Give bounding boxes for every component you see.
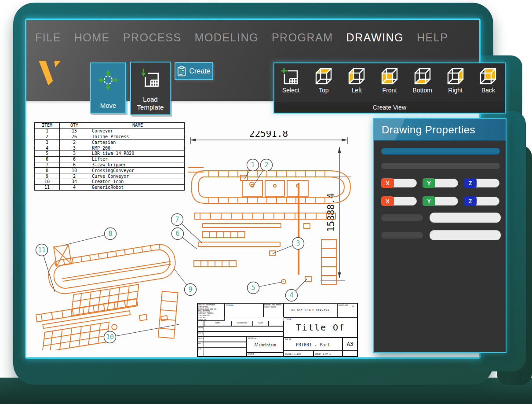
app-screenshot: FILE HOME PROCESS MODELING PROGRAM DRAWI… [0, 0, 532, 404]
cube-back-icon [478, 67, 498, 85]
create-clipboard-icon [177, 66, 186, 77]
axis-z-badge-2: Z [464, 196, 477, 206]
axis-z-badge: Z [464, 178, 477, 188]
cube-top-icon [313, 67, 334, 85]
create-view-select[interactable]: Select [281, 67, 301, 94]
cube-front-icon [379, 67, 400, 85]
create-view-bottom-label: Bottom [413, 87, 432, 94]
bom-table[interactable]: ITEM QTY NAME 115Conveyor226Inline Proce… [34, 122, 185, 191]
table-row: 114GenericRobot [35, 184, 185, 190]
menu-tab-home[interactable]: HOME [74, 31, 110, 44]
sig-grid-line2 [197, 331, 284, 337]
create-view-back[interactable]: Back [478, 67, 498, 94]
iso-view-drawing[interactable] [30, 237, 193, 350]
menu-tab-drawing[interactable]: DRAWING [346, 31, 404, 44]
sheet-text: SHEET 1 OF 1 [313, 351, 343, 356]
dwg-no-value: PRT001 - Part [284, 342, 342, 348]
axis-x-badge-2: X [381, 196, 394, 206]
load-template-button[interactable]: Load Template [130, 62, 171, 115]
property-label-pill-1 [381, 214, 423, 221]
sig-grid-line1 [197, 326, 284, 331]
load-template-button-label: Load Template [131, 95, 170, 114]
table-row: 763-Jaw Gripper [35, 162, 185, 168]
title-block: UNLESS OTHERWISE SPECIFIED: DIMENSIONS A… [197, 303, 358, 357]
create-view-left-label: Left [351, 87, 361, 94]
tolerance-note: UNLESS OTHERWISE SPECIFIED: DIMENSIONS A… [197, 303, 225, 321]
sig-extra-col [269, 321, 284, 326]
axis-x-badge: X [381, 178, 394, 188]
weight-label: WEIGHT: [247, 353, 284, 356]
bom-header-item: ITEM [35, 123, 60, 129]
axis-y-badge-2: Y [423, 196, 435, 206]
sig-grid-line5 [197, 347, 247, 356]
revision-value: 1 [352, 305, 353, 307]
dwg-no-cell: DWG NO. PRT001 - Part [284, 338, 343, 351]
position-z-group: Z [464, 179, 499, 187]
create-button[interactable]: Create [175, 62, 213, 80]
table-row: 226Inline Process [35, 134, 185, 140]
property-label-pill-2 [381, 232, 423, 239]
create-view-toolbar: Select Top Left [273, 62, 506, 114]
menu-tab-help[interactable]: HELP [417, 31, 448, 44]
properties-secondary-bar [381, 163, 500, 169]
name-header: NAME [204, 321, 232, 326]
move-arrows-icon [98, 70, 119, 91]
create-button-label: Create [189, 67, 210, 75]
table-row: 53LBR iiwa 14 R820 [35, 151, 185, 156]
menu-tab-file[interactable]: FILE [35, 31, 61, 44]
move-button-label: Move [100, 102, 117, 113]
do-not-scale-note: DO NOT SCALE DRAWING [284, 303, 337, 317]
property-value-field-2[interactable] [430, 230, 501, 240]
dim-width-text: 22591.8 [249, 131, 288, 139]
sheet-size-sub [343, 351, 357, 356]
create-view-right-label: Right [448, 87, 463, 94]
select-view-icon [281, 67, 301, 85]
rotation-x-group: X [381, 197, 417, 206]
title-label: TITLE: [284, 318, 357, 321]
table-row: 43KMP 200 [35, 145, 185, 151]
cube-bottom-icon [412, 67, 433, 85]
menu-bar: FILE HOME PROCESS MODELING PROGRAM DRAWI… [26, 20, 479, 44]
create-view-left[interactable]: Left [346, 67, 367, 94]
material-value: Aluminium [247, 343, 283, 348]
sheet-size: A3 [343, 338, 357, 351]
signature-header: SIGNATURE [232, 321, 253, 326]
drawing-properties-panel: Drawing Properties X Y Z X Y Z [373, 118, 506, 353]
menu-tab-program[interactable]: PROGRAM [272, 31, 333, 44]
date-header: DATE [253, 321, 269, 326]
top-view-drawing[interactable]: 22591.8 15888.4 [186, 131, 358, 288]
table-row: 115Conveyor [35, 128, 185, 134]
bom-header-qty: QTY [60, 123, 89, 129]
cube-left-icon [346, 67, 367, 85]
table-row: 32Cartesian [35, 140, 185, 145]
dwg-label: DWG NO. [284, 338, 342, 341]
menu-tab-process[interactable]: PROCESS [123, 31, 182, 44]
position-y-group: Y [423, 179, 458, 187]
properties-panel-header: Drawing Properties [374, 119, 506, 141]
bom-header-row: ITEM QTY NAME [35, 123, 185, 129]
drawing-title: Title Of [284, 322, 357, 333]
menu-tab-modeling[interactable]: MODELING [195, 31, 259, 44]
property-value-field-1[interactable] [430, 213, 501, 223]
rotation-y-group: Y [423, 197, 458, 206]
table-row: 92Curve Conveyor [35, 173, 185, 179]
create-view-top-label: Top [319, 87, 329, 94]
create-view-bottom[interactable]: Bottom [412, 67, 433, 94]
finish-label: FINISH: [225, 303, 263, 317]
material-cell: MATERIAL: Aluminium [247, 337, 284, 353]
axis-y-badge: Y [423, 178, 435, 188]
table-row: 810CrossingConveyor [35, 168, 185, 173]
create-view-back-label: Back [481, 87, 495, 94]
create-view-front[interactable]: Front [379, 67, 400, 94]
create-view-top[interactable]: Top [313, 67, 334, 94]
sig-grid-line4 [197, 342, 247, 347]
table-row: 66Lifter [35, 156, 185, 162]
create-view-items: Select Top Left [274, 63, 505, 105]
create-view-right[interactable]: Right [445, 67, 466, 94]
revision-label: REVISION [337, 303, 357, 317]
table-row: 1034Creator icon [35, 179, 185, 184]
move-button[interactable]: Move [90, 62, 126, 114]
sig-grid-line3 [197, 337, 247, 342]
properties-primary-bar[interactable] [381, 148, 500, 154]
position-x-group: X [381, 179, 417, 187]
